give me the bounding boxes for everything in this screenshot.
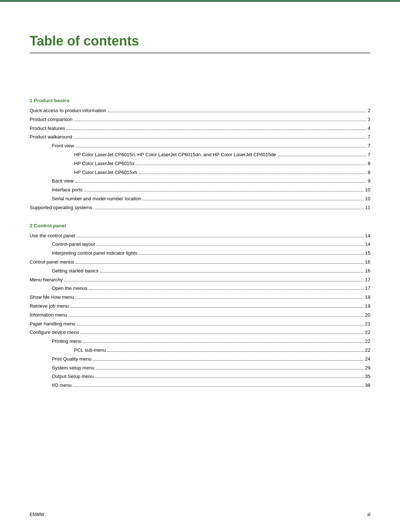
toc-entry: Open the menus17 <box>30 285 370 292</box>
entry-dots <box>93 360 364 361</box>
entry-dots <box>108 112 366 112</box>
entry-page: 16 <box>365 267 370 275</box>
toc-entry: Serial number and model number location1… <box>30 195 370 203</box>
entry-text: Getting started basics <box>52 267 99 275</box>
entry-text: Output Setup menu <box>52 373 94 381</box>
entry-text: Product features <box>30 125 65 133</box>
entry-dots <box>96 245 363 246</box>
entry-dots <box>84 191 363 191</box>
toc-section-1: 1 Product basicsQuick access to product … <box>30 98 370 212</box>
entry-text: HP Color LaserJet CP6015n, HP Color Lase… <box>74 151 276 159</box>
entry-page: 10 <box>365 195 370 203</box>
toc-entry: HP Color LaserJet CP6015n, HP Color Lase… <box>30 151 370 159</box>
entry-page: 14 <box>365 232 370 240</box>
entry-text: Back view <box>52 177 74 185</box>
entry-page: 29 <box>365 364 370 372</box>
entry-dots <box>139 174 366 174</box>
page-title: Table of contents <box>30 33 370 53</box>
entry-text: Serial number and model number location <box>52 195 141 203</box>
entry-page: 7 <box>368 133 370 141</box>
section-heading-1: 1 Product basics <box>30 98 370 103</box>
entry-text: Configure device menu <box>30 329 79 337</box>
entry-page: 8 <box>368 169 370 177</box>
entry-page: 14 <box>365 241 370 248</box>
section-num: 2 <box>30 223 33 228</box>
toc-entry: Back view9 <box>30 177 370 185</box>
entry-dots <box>76 147 366 147</box>
entry-page: 20 <box>365 311 370 319</box>
section-label: Product basics <box>34 98 70 103</box>
entry-text: Paper handling menu <box>30 320 76 328</box>
section-num: 1 <box>30 98 33 103</box>
entry-page: 21 <box>365 320 370 328</box>
entry-text: Retrieve job menu <box>30 302 69 310</box>
entry-dots <box>89 290 363 290</box>
toc-entry: Paper handling menu21 <box>30 320 370 328</box>
entry-dots <box>94 209 363 209</box>
entry-dots <box>77 325 364 325</box>
top-border <box>0 0 400 2</box>
toc-entry: Product walkaround7 <box>30 133 370 141</box>
entry-page: 17 <box>365 276 370 284</box>
entry-dots <box>74 121 366 121</box>
entry-text: Control-panel layout <box>52 241 95 248</box>
toc-entry: Show Me How menu18 <box>30 294 370 301</box>
footer-left: ENWW <box>30 512 44 517</box>
entry-text: Interface ports <box>52 186 83 194</box>
entry-dots <box>96 369 364 369</box>
toc-entry: Printing menu22 <box>30 338 370 345</box>
entry-page: 38 <box>365 382 370 389</box>
entry-text: Show Me How menu <box>30 294 74 301</box>
entry-text: Menu hierarchy <box>30 276 63 284</box>
entry-page: 11 <box>365 204 370 212</box>
entry-page: 19 <box>365 302 370 310</box>
toc-entry: PCL sub-menu22 <box>30 347 370 354</box>
footer: ENWW iii <box>30 512 370 517</box>
entry-dots <box>69 316 363 317</box>
entry-text: Print Quality menu <box>52 355 91 363</box>
entry-page: 2 <box>368 107 370 115</box>
toc-entry: HP Color LaserJet CP6015xh8 <box>30 169 370 177</box>
entry-text: Control panel menus <box>30 258 74 266</box>
entry-dots <box>139 254 364 255</box>
entry-dots <box>143 200 363 200</box>
toc-entry: Retrieve job menu19 <box>30 302 370 310</box>
entry-dots <box>107 351 363 352</box>
toc-entry: Getting started basics16 <box>30 267 370 275</box>
entry-page: 10 <box>365 186 370 194</box>
entry-page: 8 <box>368 160 370 168</box>
entry-text: Interpreting control panel indicator lig… <box>52 250 137 257</box>
toc-content: 1 Product basicsQuick access to product … <box>30 98 370 389</box>
toc-entry: HP Color LaserJet CP6015x8 <box>30 160 370 168</box>
toc-entry: Configure device menu22 <box>30 329 370 337</box>
toc-entry: Control-panel layout14 <box>30 241 370 248</box>
entry-text: HP Color LaserJet CP6015x <box>74 160 134 168</box>
entry-page: 22 <box>365 329 370 337</box>
toc-section-2: 2 Control panelUse the control panel14Co… <box>30 223 370 389</box>
entry-page: 24 <box>365 355 370 363</box>
entry-dots <box>74 138 366 138</box>
toc-entry: Use the control panel14 <box>30 232 370 240</box>
entry-text: Information menu <box>30 311 67 319</box>
toc-entry: Information menu20 <box>30 311 370 319</box>
entry-dots <box>76 263 364 264</box>
footer-right: iii <box>367 512 370 517</box>
entry-text: Supported operating systems <box>30 204 92 212</box>
entry-text: PCL sub-menu <box>74 347 106 354</box>
toc-entry: Quick access to product information2 <box>30 107 370 115</box>
entry-page: 9 <box>368 177 370 185</box>
toc-entry: Print Quality menu24 <box>30 355 370 363</box>
entry-dots <box>76 298 364 299</box>
entry-dots <box>136 165 366 165</box>
entry-text: Quick access to product information <box>30 107 106 115</box>
entry-page: 18 <box>365 294 370 301</box>
entry-page: 7 <box>368 151 370 159</box>
entry-text: System setup menu <box>52 364 94 372</box>
toc-entry: Product features4 <box>30 125 370 133</box>
entry-page: 15 <box>365 250 370 257</box>
entry-dots <box>81 334 364 334</box>
entry-page: 17 <box>365 285 370 292</box>
entry-dots <box>66 130 366 130</box>
section-label: Control panel <box>34 223 66 228</box>
entry-dots <box>70 307 364 308</box>
